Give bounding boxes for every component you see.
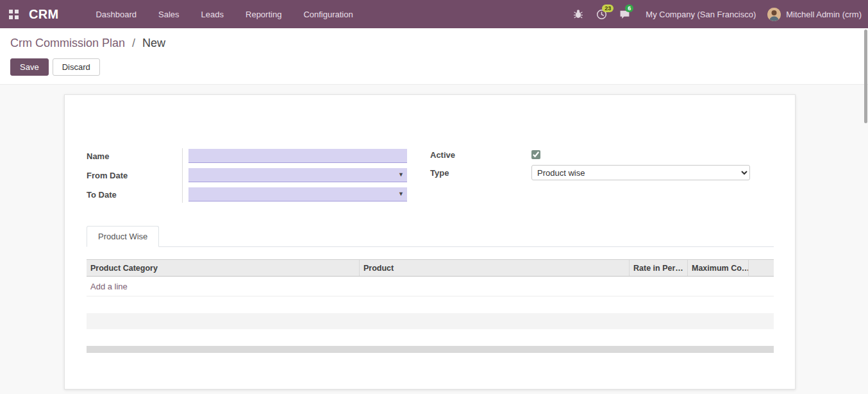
nav-item-sales[interactable]: Sales (158, 10, 179, 19)
list-header-row: Product Category Product Rate in Per… Ma… (87, 259, 774, 277)
save-button[interactable]: Save (10, 58, 49, 76)
empty-row-striped (87, 313, 774, 329)
bug-icon[interactable] (572, 8, 584, 20)
messages-chat-icon[interactable]: 6 (619, 8, 630, 20)
list-footer-bar (87, 346, 774, 353)
column-header-product[interactable]: Product (359, 260, 629, 276)
from-date-label: From Date (87, 171, 188, 180)
activities-clock-icon[interactable]: 23 (596, 8, 607, 20)
left-field-group: Name From Date ▼ To Date ▼ (87, 146, 430, 204)
active-checkbox[interactable] (531, 150, 540, 159)
app-brand[interactable]: CRM (29, 7, 58, 22)
nav-item-configuration[interactable]: Configuration (303, 10, 353, 19)
column-header-maximum-commission[interactable]: Maximum Co… (687, 260, 748, 276)
action-buttons: Save Discard (10, 58, 858, 76)
systray: 23 6 My Company (San Francisco) Mitchell… (572, 8, 862, 21)
user-avatar[interactable] (767, 8, 781, 21)
name-label: Name (87, 151, 188, 161)
name-field-row: Name (87, 146, 430, 166)
discard-button[interactable]: Discard (53, 58, 100, 76)
add-line-row: Add a line (87, 277, 774, 296)
form-view-container: Name From Date ▼ To Date ▼ (0, 84, 868, 394)
empty-row (87, 296, 774, 313)
page-scrollbar (864, 28, 867, 393)
name-input[interactable] (188, 149, 407, 163)
main-menu: Dashboard Sales Leads Reporting Configur… (96, 10, 353, 19)
tab-bar: Product Wise (87, 226, 774, 247)
notebook: Product Wise Product Category Product Ra… (87, 226, 774, 353)
field-groups: Name From Date ▼ To Date ▼ (87, 146, 774, 204)
company-switcher[interactable]: My Company (San Francisco) (646, 10, 756, 19)
form-sheet: Name From Date ▼ To Date ▼ (64, 94, 796, 390)
type-label: Type (430, 168, 531, 178)
active-field-row: Active (430, 146, 774, 163)
active-label: Active (430, 150, 531, 160)
nav-item-dashboard[interactable]: Dashboard (96, 10, 137, 19)
column-header-trailing (748, 260, 774, 276)
type-select[interactable]: Product wise (531, 165, 750, 180)
breadcrumb-parent-link[interactable]: Crm Commission Plan (10, 37, 125, 49)
from-date-input[interactable] (188, 168, 407, 182)
message-count-badge: 6 (625, 4, 633, 12)
breadcrumb-current: New (142, 37, 165, 49)
add-a-line-link[interactable]: Add a line (90, 282, 128, 291)
page-scrollbar-thumb[interactable] (864, 30, 867, 123)
top-navbar: CRM Dashboard Sales Leads Reporting Conf… (0, 0, 868, 28)
column-header-rate-in-percentage[interactable]: Rate in Per… (629, 260, 687, 276)
to-date-label: To Date (87, 190, 188, 200)
column-header-product-category[interactable]: Product Category (87, 260, 359, 276)
type-field-row: Type Product wise (430, 164, 774, 181)
empty-row (87, 329, 774, 346)
from-date-field-row: From Date ▼ (87, 166, 430, 185)
user-menu[interactable]: Mitchell Admin (crm) (786, 10, 862, 19)
to-date-field-row: To Date ▼ (87, 185, 430, 204)
breadcrumb-separator: / (132, 37, 135, 49)
breadcrumb: Crm Commission Plan / New (10, 37, 858, 50)
nav-item-leads[interactable]: Leads (201, 10, 224, 19)
apps-grid-icon[interactable] (9, 10, 19, 19)
control-panel: Crm Commission Plan / New Save Discard (0, 28, 868, 84)
product-wise-list: Product Category Product Rate in Per… Ma… (87, 259, 774, 353)
nav-item-reporting[interactable]: Reporting (246, 10, 281, 19)
to-date-input[interactable] (188, 187, 407, 201)
tab-product-wise[interactable]: Product Wise (87, 226, 159, 247)
right-field-group: Active Type Product wise (430, 146, 774, 204)
activity-count-badge: 23 (602, 4, 613, 12)
